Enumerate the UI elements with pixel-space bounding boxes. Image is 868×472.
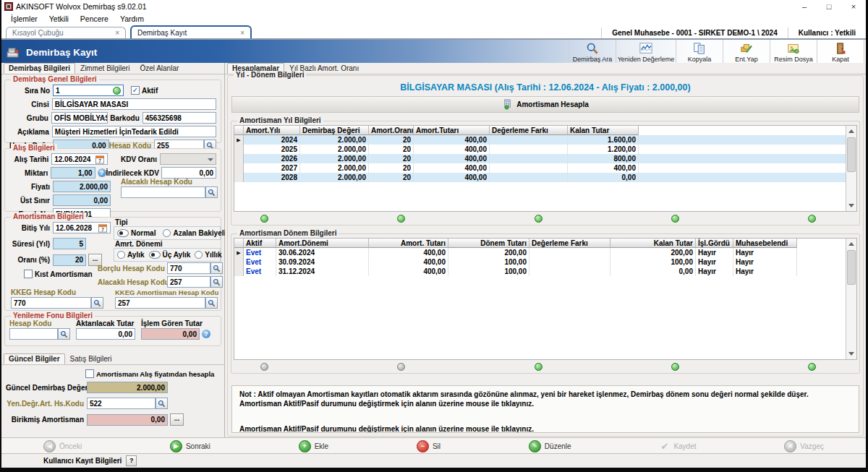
minimize-button[interactable]: – (792, 0, 817, 13)
calendar-icon[interactable] (95, 155, 105, 164)
scroll-up-icon[interactable] (848, 242, 854, 246)
record-nav-icon[interactable] (808, 363, 816, 371)
refresh-icon[interactable] (113, 87, 121, 95)
record-nav-icon[interactable] (671, 363, 679, 371)
column-header[interactable]: Değerleme Farkı (490, 126, 568, 135)
alacakli-hesap2-field[interactable]: 257 (167, 276, 210, 288)
table-cell[interactable]: 2.000,00 (300, 145, 369, 154)
alacakli-hesap-field[interactable] (121, 186, 205, 198)
record-nav-icon[interactable] (535, 363, 542, 371)
table-cell[interactable]: 2027 (244, 163, 300, 173)
table-cell[interactable]: 400,00 (369, 267, 448, 276)
tab-demirbas-bilgileri[interactable]: Demirbaş Bilgileri (4, 63, 75, 74)
table-cell[interactable]: 2026 (244, 154, 300, 163)
sonraki-button[interactable]: ▶Sonraki (170, 440, 210, 452)
orani-field[interactable]: 20 (53, 254, 86, 266)
fiyati-field[interactable]: 2.000,00 (53, 181, 111, 192)
scroll-thumb[interactable] (847, 137, 856, 172)
table-cell[interactable]: 2.000,00 (300, 154, 369, 163)
menu-yetkili[interactable]: Yetkili (44, 14, 74, 23)
resim-dosya-button[interactable]: Resim Dosya (770, 40, 817, 64)
tab-guncel-bilgiler[interactable]: Güncel Bilgiler (4, 353, 65, 364)
radio-azalan-bakiyeli[interactable] (163, 229, 171, 237)
vazgec-button[interactable]: ✖Vazgeç (784, 440, 824, 452)
kkeg-hesap-field[interactable]: 770 (11, 297, 91, 309)
scroll-down-icon[interactable] (848, 352, 854, 356)
record-nav-icon[interactable] (397, 215, 405, 223)
column-header[interactable]: Amort.Yılı (244, 126, 300, 135)
column-header[interactable]: Muhasebelendi (733, 239, 797, 248)
table-cell[interactable]: 400,00 (369, 248, 448, 257)
help-icon[interactable]: ? (98, 168, 106, 177)
table-cell[interactable]: 2024 (244, 135, 300, 145)
menu-yardim[interactable]: Yardım (115, 14, 149, 23)
table-cell[interactable]: 2.000,00 (300, 173, 369, 182)
table-row[interactable]: 20282.000,0020400,000,00 (234, 173, 856, 182)
duzenle-button[interactable]: ✎Düzenle (529, 440, 571, 452)
table-cell[interactable]: Hayır (696, 257, 733, 267)
table-row[interactable]: ▶Evet30.06.2024400,00200,00200,00HayırHa… (234, 248, 856, 257)
cinsi-field[interactable]: BİLGİSAYAR MASASI (52, 98, 216, 110)
onceki-button[interactable]: ◀Önceki (43, 440, 82, 452)
table-row[interactable]: 20272.000,0020400,00400,00 (234, 163, 856, 173)
borclu-hesap-field[interactable]: 770 (167, 262, 210, 274)
aktarilacak-tutar-field[interactable]: 0,00 (76, 328, 135, 340)
account-lookup-button[interactable] (156, 398, 168, 409)
table-cell[interactable]: 2.000,00 (300, 135, 369, 145)
table-cell[interactable]: 20 (369, 154, 414, 163)
table-cell[interactable] (529, 257, 610, 267)
column-header[interactable]: Dönem Tutarı (448, 239, 529, 248)
help-icon[interactable]: ? (202, 330, 210, 338)
account-lookup-button[interactable] (205, 186, 218, 198)
aciklama-field[interactable]: Müşteri Hizmetleri İçinTedarik Edildi (52, 126, 216, 137)
table-cell[interactable]: 0,00 (568, 173, 639, 182)
table-cell[interactable] (529, 267, 610, 276)
alis-tarihi-field[interactable]: 12.06.2024 (51, 153, 108, 165)
column-header[interactable]: Amort.Dönemi (276, 239, 369, 248)
tab-demirbas-kayit[interactable]: Demirbaş Kayıt × (130, 25, 252, 38)
tab-close-icon[interactable]: × (115, 29, 119, 37)
account-lookup-button[interactable] (210, 276, 223, 288)
sil-button[interactable]: −Sil (417, 440, 441, 452)
yendegr-hs-kodu-field[interactable]: 522 (87, 398, 156, 409)
maximize-button[interactable]: □ (817, 0, 841, 13)
birikmis-amortisman-field[interactable]: 0,00 (87, 414, 168, 426)
table-cell[interactable] (490, 145, 568, 154)
table-cell[interactable]: 400,00 (414, 154, 490, 163)
tab-close-icon[interactable]: × (240, 29, 244, 37)
column-header[interactable]: Kalan Tutar (568, 126, 639, 135)
column-header[interactable]: İşl.Gördü (696, 239, 733, 248)
period-table-scrollbar[interactable] (846, 239, 856, 359)
record-nav-icon[interactable] (260, 215, 268, 223)
table-cell[interactable]: 100,00 (448, 267, 529, 276)
table-cell[interactable] (490, 163, 568, 173)
table-cell[interactable]: 20 (369, 145, 414, 154)
table-cell[interactable]: 20 (369, 163, 414, 173)
table-cell[interactable]: 20 (369, 135, 414, 145)
column-header[interactable]: Amort.Tutarı (414, 126, 490, 135)
account-lookup-button[interactable] (210, 262, 223, 274)
table-cell[interactable]: 400,00 (414, 145, 490, 154)
table-cell[interactable]: 400,00 (414, 135, 490, 145)
indirilecek-kdv-field[interactable]: 0,00 (161, 167, 216, 179)
bitis-yili-field[interactable]: 12.06.2028 (53, 222, 111, 233)
kapat-button[interactable]: Kapat (817, 40, 864, 64)
table-cell[interactable]: Evet (244, 267, 276, 276)
column-header[interactable]: Aktif (244, 239, 276, 248)
table-cell[interactable] (490, 135, 568, 145)
account-lookup-button[interactable] (58, 328, 70, 340)
tab-ozel-alanlar[interactable]: Özel Alanlar (135, 63, 184, 74)
yeniden-degerleme-button[interactable]: Yeniden Değerleme (616, 40, 676, 64)
record-nav-icon[interactable] (671, 215, 679, 223)
table-cell[interactable]: 100,00 (610, 257, 696, 267)
column-header[interactable]: Değerleme Farkı (529, 239, 610, 248)
table-cell[interactable]: 400,00 (414, 173, 490, 182)
suresi-field[interactable]: 5 (53, 238, 86, 249)
kdv-orani-select[interactable] (160, 153, 216, 165)
tab-satis-bilgileri[interactable]: Satış Bilgileri (65, 353, 117, 364)
table-cell[interactable]: Hayır (696, 248, 733, 257)
table-cell[interactable]: 1.200,00 (568, 145, 639, 154)
radio-yillik[interactable] (195, 251, 203, 259)
scroll-up-icon[interactable] (848, 129, 854, 133)
ekle-button[interactable]: +Ekle (299, 440, 328, 452)
